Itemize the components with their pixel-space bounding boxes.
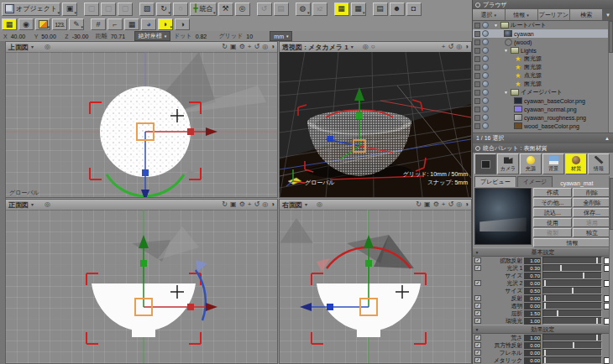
shading-icon[interactable]: ◑	[464, 201, 469, 208]
visibility-toggle[interactable]	[474, 39, 480, 45]
camera-button[interactable]: ▣▾	[62, 3, 77, 16]
sphere-shade-button[interactable]: ◑	[175, 18, 190, 30]
checkbox[interactable]: ✓	[474, 357, 481, 363]
tree-row-root-part[interactable]: ▼ルートパート	[473, 21, 613, 29]
visibility-toggle[interactable]	[474, 123, 480, 129]
tree-scrollbar[interactable]	[608, 21, 613, 133]
select-frame-button[interactable]: ▧	[139, 3, 155, 16]
use-button[interactable]: 使用	[533, 218, 572, 227]
value-field[interactable]: 0.00	[524, 350, 541, 356]
value-field[interactable]: 0.50	[524, 288, 541, 294]
tab-boolean[interactable]: ブーリアン	[538, 9, 571, 20]
z-value[interactable]: -30.00	[72, 34, 92, 39]
car-panel-button[interactable]: ◘	[406, 3, 422, 16]
four-view-button[interactable]: ▦	[334, 3, 349, 16]
shading-icon[interactable]: ◑	[270, 44, 275, 50]
save-button[interactable]: 保存...	[573, 208, 611, 217]
other-button[interactable]: その他...	[533, 198, 572, 207]
pan-icon[interactable]: +	[248, 201, 252, 208]
coord-mode-dropdown[interactable]: 絶対座標▾	[134, 31, 171, 41]
tab-info[interactable]: 情報▾	[506, 9, 538, 20]
visibility-toggle[interactable]	[474, 65, 480, 70]
tree-row-pointlight[interactable]: 点光源	[473, 71, 613, 80]
slider[interactable]	[542, 272, 602, 279]
select-toggle[interactable]	[482, 114, 489, 121]
background-mode-button[interactable]: 背景	[542, 153, 564, 174]
visibility-toggle[interactable]	[474, 48, 480, 54]
filter-icon[interactable]: ▲	[605, 136, 610, 141]
settings-gear-icon[interactable]: ⚙	[239, 44, 245, 50]
object-mode-button[interactable]: オブジェクト ▾	[2, 3, 60, 16]
tree-row-lights[interactable]: ▼Lights	[473, 46, 613, 55]
settings-gear-icon[interactable]: ⚙	[433, 201, 439, 208]
shading-icon[interactable]: ◑	[270, 201, 275, 208]
slider[interactable]	[542, 264, 602, 272]
visibility-toggle[interactable]	[474, 115, 480, 121]
camera-target-icon[interactable]: ◎	[317, 201, 322, 208]
light-mode-button[interactable]: 光源	[520, 153, 542, 174]
camera-target-icon[interactable]: ◎	[45, 201, 50, 208]
table-panel-button[interactable]: ▤	[373, 3, 388, 16]
material-scrollbar[interactable]	[609, 176, 613, 364]
y-value[interactable]: 50.00	[41, 34, 61, 39]
visibility-toggle[interactable]	[474, 56, 480, 62]
checkbox[interactable]: ✓	[474, 310, 481, 316]
measure-button[interactable]: ✎▾	[69, 18, 84, 30]
slider[interactable]	[542, 356, 602, 364]
basic-settings-header[interactable]: ▼基本設定	[473, 247, 613, 257]
slider[interactable]	[542, 341, 602, 349]
tree-row-basecolor[interactable]: cyawan_baseColor.png	[473, 96, 613, 105]
value-field[interactable]: 1.00	[524, 318, 541, 325]
create-button[interactable]: 作成	[533, 188, 572, 197]
camera-mode-button[interactable]: カメラ	[497, 153, 519, 174]
slider[interactable]	[542, 334, 602, 341]
viewport-right-canvas[interactable]	[280, 210, 471, 363]
pan-icon[interactable]: +	[442, 201, 446, 208]
orbit-icon[interactable]: ↺	[254, 201, 259, 208]
select-toggle[interactable]	[482, 22, 489, 29]
tree-row-arealight-1[interactable]: 面光源	[473, 55, 613, 63]
value-field[interactable]: 1.00	[524, 335, 541, 341]
material-scrollbar-thumb[interactable]	[610, 178, 613, 230]
select-toggle[interactable]	[482, 39, 489, 45]
primitive-spheres-button[interactable]: ◉	[18, 18, 34, 30]
value-field[interactable]: 0.00	[524, 342, 541, 349]
expand-icon[interactable]: ▼	[504, 48, 509, 53]
select-toggle[interactable]	[482, 106, 489, 112]
head-panel-button[interactable]: ☻	[390, 3, 405, 16]
slider[interactable]	[542, 302, 602, 309]
visibility-toggle[interactable]	[474, 31, 480, 37]
value-field[interactable]: 0.70	[524, 273, 541, 279]
viewport-front-canvas[interactable]	[6, 210, 277, 363]
select-toggle[interactable]	[482, 122, 489, 129]
value-field[interactable]: 0.00	[524, 357, 541, 364]
tree-row-roughness[interactable]: cyawan_roughness.png	[473, 113, 613, 122]
checkbox[interactable]: ✓	[474, 350, 481, 356]
slider[interactable]	[542, 279, 602, 287]
visibility-toggle[interactable]	[474, 98, 480, 104]
tree-row-normal[interactable]: cyawan_normal.png	[473, 105, 613, 113]
value-field[interactable]: 0.00	[524, 280, 541, 287]
checkbox[interactable]: ✓	[474, 342, 481, 348]
palette-panel-header[interactable]: 統合パレット : 表面材質	[473, 143, 613, 153]
select-toggle[interactable]	[482, 47, 489, 54]
camera-lock-icon[interactable]: ○	[371, 44, 375, 50]
rotate-button[interactable]: ↻▾	[156, 3, 171, 16]
tree-row-arealight-3[interactable]: 面光源	[473, 80, 613, 88]
material-preview[interactable]	[474, 188, 532, 245]
settings-gear-icon[interactable]: ⚙	[239, 201, 245, 208]
value-field[interactable]: 0.30	[524, 265, 541, 272]
checkbox[interactable]: ✓	[474, 318, 481, 324]
orbit-icon[interactable]: ↺	[254, 44, 259, 50]
select-toggle[interactable]	[482, 30, 489, 37]
tree-row-image-part[interactable]: ▼イメージパート	[473, 88, 613, 96]
viewport-persp-canvas[interactable]: グローバル グリッド: 10mm / 50mm スナップ: 5mm	[280, 52, 471, 197]
maximize-icon[interactable]: ▣	[230, 201, 237, 208]
viewport-top-canvas[interactable]: グローバル	[6, 52, 277, 197]
checkbox[interactable]: ✓	[474, 303, 481, 309]
zoom-icon[interactable]: ◎	[262, 201, 268, 208]
visibility-toggle[interactable]	[474, 23, 480, 29]
rotate-view-icon[interactable]: ↻	[416, 201, 422, 208]
tab-select[interactable]: 選択▾	[473, 9, 506, 20]
material-mode-button[interactable]: 材質	[565, 153, 587, 174]
